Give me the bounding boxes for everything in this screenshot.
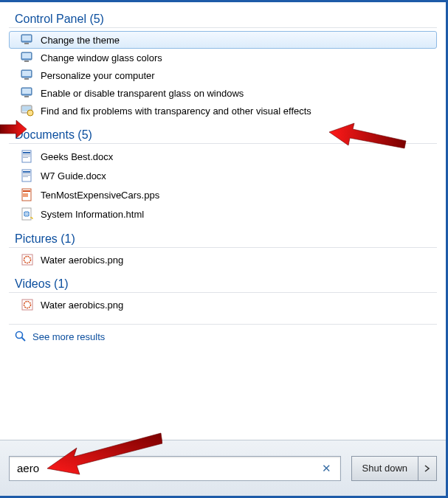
image-file-icon	[20, 299, 35, 311]
svg-rect-26	[23, 190, 30, 192]
clear-search-icon[interactable]: ✕	[319, 462, 334, 475]
svg-rect-19	[23, 157, 28, 158]
monitor-icon	[20, 34, 35, 46]
shutdown-button[interactable]: Shut down	[351, 456, 418, 481]
result-label: Find and fix problems with transparency …	[41, 106, 311, 117]
result-label: Water aerobics.png	[41, 300, 123, 311]
svg-rect-11	[24, 96, 29, 97]
svg-rect-17	[23, 154, 30, 155]
result-label: Enable or disable transparent glass on w…	[41, 88, 244, 99]
group-header-control-panel[interactable]: Control Panel (5)	[6, 10, 440, 27]
result-item[interactable]: Water aerobics.png	[9, 251, 437, 269]
result-item[interactable]: W7 Guide.docx	[9, 166, 437, 185]
search-input[interactable]	[15, 461, 319, 475]
svg-rect-5	[24, 60, 29, 62]
result-item[interactable]: System Information.html	[9, 204, 437, 224]
result-label: Water aerobics.png	[41, 255, 123, 266]
result-label: Personalize your computer	[41, 70, 155, 81]
word-doc-icon	[20, 150, 35, 163]
result-item[interactable]: Enable or disable transparent glass on w…	[9, 84, 437, 102]
monitor-icon	[20, 69, 35, 81]
svg-point-14	[27, 110, 33, 116]
svg-rect-10	[22, 89, 31, 94]
result-label: Geeks Best.docx	[41, 151, 113, 162]
result-item[interactable]: Personalize your computer	[9, 66, 437, 84]
shutdown-options-button[interactable]	[418, 456, 437, 481]
separator	[9, 324, 437, 325]
magnifier-icon	[15, 331, 28, 342]
result-item[interactable]: TenMostExpensiveCars.pps	[9, 185, 437, 204]
group-header-documents[interactable]: Documents (5)	[6, 125, 440, 143]
result-label: W7 Guide.docx	[41, 170, 106, 181]
search-box[interactable]: ✕	[9, 456, 341, 481]
group-header-pictures[interactable]: Pictures (1)	[6, 229, 440, 247]
bottom-bar: ✕ Shut down	[0, 440, 446, 496]
result-item[interactable]: Geeks Best.docx	[9, 147, 437, 166]
result-item[interactable]: Find and fix problems with transparency …	[9, 102, 437, 120]
monitor-icon	[20, 87, 35, 99]
chevron-right-icon	[424, 465, 430, 472]
group-header-videos[interactable]: Videos (1)	[6, 274, 440, 292]
svg-rect-4	[22, 53, 31, 58]
powerpoint-icon	[20, 188, 35, 201]
troubleshoot-icon	[20, 105, 35, 117]
word-doc-icon	[20, 169, 35, 182]
separator	[9, 247, 437, 248]
svg-rect-16	[23, 152, 30, 153]
result-item[interactable]: Change the theme	[9, 31, 437, 49]
svg-rect-2	[24, 43, 29, 44]
svg-rect-8	[24, 78, 29, 80]
svg-line-35	[22, 338, 26, 342]
see-more-label: See more results	[32, 331, 105, 342]
svg-rect-24	[23, 176, 28, 177]
svg-rect-21	[23, 171, 30, 173]
see-more-results-link[interactable]: See more results	[6, 328, 440, 347]
svg-rect-7	[22, 71, 31, 76]
result-label: TenMostExpensiveCars.pps	[41, 190, 159, 201]
result-item[interactable]: Change window glass colors	[9, 49, 437, 66]
separator	[9, 292, 437, 293]
svg-rect-27	[23, 193, 28, 197]
svg-rect-22	[23, 173, 30, 174]
separator	[9, 27, 437, 28]
svg-point-34	[16, 332, 23, 339]
result-label: System Information.html	[41, 209, 144, 220]
html-file-icon	[20, 207, 35, 221]
svg-rect-18	[23, 156, 30, 156]
image-file-icon	[20, 254, 35, 266]
result-label: Change the theme	[41, 35, 120, 46]
svg-rect-1	[22, 35, 31, 41]
result-item[interactable]: Water aerobics.png	[9, 296, 437, 314]
result-label: Change window glass colors	[41, 52, 162, 63]
monitor-icon	[20, 52, 35, 63]
separator	[9, 143, 437, 144]
svg-rect-23	[23, 175, 30, 176]
